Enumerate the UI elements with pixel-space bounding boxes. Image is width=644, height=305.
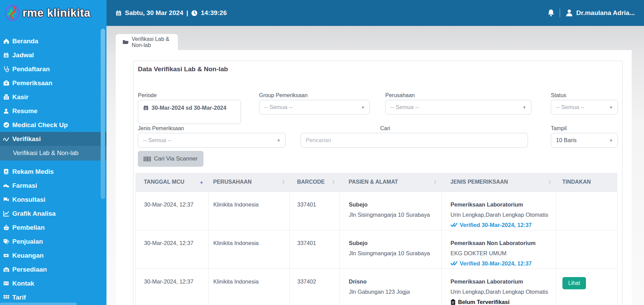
grid-icon [3, 294, 10, 301]
wave-icon [3, 136, 10, 142]
header-barcode[interactable]: BARCODE▲▼ [290, 173, 340, 192]
pasien-name: Subejo [349, 238, 441, 248]
calendar-icon [143, 105, 149, 111]
clipboard-icon [450, 299, 456, 305]
app-logo[interactable]: rme klinikita [0, 0, 106, 26]
warehouse-icon [3, 266, 10, 273]
cell-tanggal: 30-Mar-2024, 12:37 [135, 192, 209, 230]
sidebar-item-medical-check-up[interactable]: Medical Check Up [0, 118, 106, 132]
sidebar-item-pembelian[interactable]: Pembelian [0, 220, 106, 234]
jenis-detail: Urin Lengkap,Darah Lengkap Otomatis [450, 210, 556, 220]
user-menu[interactable]: Dr.maulana Adria... [565, 9, 635, 17]
lihat-button[interactable]: Lihat [562, 277, 586, 289]
verification-table: TANGGAL MCU▲ PERUSAHAAN▲▼ BARCODE▲▼ PASI… [135, 173, 617, 305]
sidebar-item-verifikasi[interactable]: Verifikasi [0, 132, 106, 146]
sidebar-item-penjualan[interactable]: Penjualan [0, 234, 106, 248]
sidebar-item-beranda[interactable]: Beranda [0, 34, 106, 48]
contact-card-icon [3, 280, 10, 287]
sidebar-item-persediaan[interactable]: Persediaan [0, 262, 106, 276]
sort-icons: ▲▼ [282, 180, 285, 184]
pasien-alamat: Jln Sisingmangarja 10 Surabaya [349, 210, 441, 220]
verification-card: Data Verifikasi Lab & Non-lab Periode Gr… [133, 61, 622, 305]
sidebar-item-konsultasi[interactable]: Konsultasi [0, 193, 106, 207]
cell-perusahaan: Klinikita Indonesia [209, 192, 290, 230]
sidebar-item-keuangan[interactable]: Keuangan [0, 248, 106, 262]
pasien-name: Subejo [349, 199, 441, 210]
pasien-alamat: Jln Sisingmangarja 10 Surabaya [349, 248, 441, 258]
medical-book-icon [3, 168, 10, 175]
sidebar-item-kasir[interactable]: Kasir [0, 90, 106, 104]
table-row: 30-Mar-2024, 12:37 Klinikita Indonesia 3… [135, 192, 617, 230]
topbar: Sabtu, 30 Mar 2024 | 14:39:26 Dr.maulana… [106, 0, 644, 26]
perusahaan-select[interactable]: -- Semua -- ▼ [385, 100, 531, 115]
header-tanggal-mcu[interactable]: TANGGAL MCU▲ [135, 173, 209, 192]
tab-verifikasi-lab-non-lab[interactable]: Verifikasi Lab & Non-lab [116, 34, 178, 50]
app-window: rme klinikita Beranda Jadwal Pendaftaran… [0, 0, 644, 305]
pills-icon [3, 182, 10, 189]
cell-pasien-alamat: Subejo Jln Sisingmangarja 10 Surabaya [340, 230, 442, 269]
sidebar-vertical-scrollbar[interactable] [101, 29, 105, 199]
pasien-alamat: Jln Gabungan 123 Jogja [349, 287, 441, 297]
sort-icons: ▲▼ [332, 180, 335, 184]
jenis-pemeriksaan-label: Jenis Pemeriksaan [138, 125, 184, 132]
sidebar-item-pemeriksaan[interactable]: Pemeriksaan [0, 76, 106, 90]
jenis-title: Pemeriksaan Non Laboratorium [450, 238, 556, 248]
search-input[interactable] [301, 133, 528, 148]
sidebar-subitem-verifikasi-lab-non-lab[interactable]: Verifikasi Lab & Non-lab [0, 146, 106, 161]
header-pasien-alamat[interactable]: PASIEN & ALAMAT▲▼ [340, 173, 442, 192]
header-perusahaan[interactable]: PERUSAHAAN▲▼ [209, 173, 290, 192]
jenis-pemeriksaan-select[interactable]: -- Semua -- ▼ [138, 133, 286, 148]
cell-barcode: 337402 [290, 269, 340, 305]
header-jenis-pemeriksaan[interactable]: JENIS PEMERIKSAAN▲▼ [442, 173, 556, 192]
chevron-down-icon: ▼ [277, 138, 281, 142]
periode-value: 30-Mar-2024 sd 30-Mar-2024 [152, 105, 226, 111]
tags-icon [3, 238, 10, 245]
chevron-down-icon: ▼ [609, 105, 613, 109]
chevron-down-icon: ▼ [523, 105, 526, 109]
double-check-icon [450, 223, 457, 227]
topbar-time: 14:39:26 [201, 9, 227, 17]
brand-logo-icon [4, 4, 20, 22]
sidebar-item-pendaftaran[interactable]: Pendaftaran [0, 62, 106, 76]
tab-label: Verifikasi Lab & Non-lab [132, 36, 178, 48]
sidebar-item-kontak[interactable]: Kontak [0, 276, 106, 290]
cell-perusahaan: Klinikita Indonesia [209, 230, 290, 269]
cell-tanggal: 30-Mar-2024, 12:37 [135, 269, 209, 305]
chevron-down-icon: ▼ [609, 138, 613, 142]
cell-tanggal: 30-Mar-2024, 12:37 [135, 230, 209, 269]
perusahaan-label: Perusahaan [385, 92, 415, 98]
group-pemeriksaan-select[interactable]: -- Semua -- ▼ [259, 100, 370, 115]
basket-icon [3, 224, 10, 231]
status-select[interactable]: -- Semua -- ▼ [551, 100, 618, 115]
table-row: 30-Mar-2024, 12:37 Klinikita Indonesia 3… [135, 230, 617, 269]
sidebar-item-farmasi[interactable]: Farmasi [0, 179, 106, 193]
sidebar-horizontal-scrollbar[interactable] [0, 303, 77, 305]
topbar-divider [560, 9, 560, 17]
double-check-icon [450, 261, 457, 266]
cell-perusahaan: Klinikita Indonesia [209, 269, 290, 305]
sidebar-item-tarif[interactable]: Tarif [0, 290, 106, 304]
sidebar-nav: Beranda Jadwal Pendaftaran Pemeriksaan K… [0, 26, 106, 304]
card-title: Data Verifikasi Lab & Non-lab [138, 65, 228, 73]
pasien-name: Drisno [349, 276, 441, 287]
topbar-separator: | [186, 9, 188, 17]
sort-icons: ▲▼ [548, 180, 552, 184]
home-icon [3, 38, 10, 45]
topbar-date: Sabtu, 30 Mar 2024 [125, 9, 183, 17]
tampil-select[interactable]: 10 Baris ▼ [551, 133, 618, 148]
clock-icon [191, 10, 198, 16]
cell-tindakan: Lihat [556, 269, 617, 305]
bell-icon[interactable] [547, 9, 555, 17]
sidebar-item-jadwal[interactable]: Jadwal [0, 48, 106, 62]
sidebar-item-rekam-medis[interactable]: Rekam Medis [0, 165, 106, 179]
topbar-datetime: Sabtu, 30 Mar 2024 | 14:39:26 [106, 9, 227, 17]
cari-via-scanner-button[interactable]: Cari Via Scanner [138, 151, 203, 167]
table-row: 30-Mar-2024, 12:37 Klinikita Indonesia 3… [135, 269, 617, 305]
sort-ascending-icon: ▲ [200, 180, 204, 184]
person-icon [3, 108, 10, 115]
periode-daterange-picker[interactable]: 30-Mar-2024 sd 30-Mar-2024 [138, 100, 241, 124]
cell-pasien-alamat: Drisno Jln Gabungan 123 Jogja [340, 269, 442, 305]
sidebar-item-grafik-analisa[interactable]: Grafik Analisa [0, 207, 106, 220]
stethoscope-icon [3, 66, 10, 73]
sidebar-item-resume[interactable]: Resume [0, 104, 106, 118]
